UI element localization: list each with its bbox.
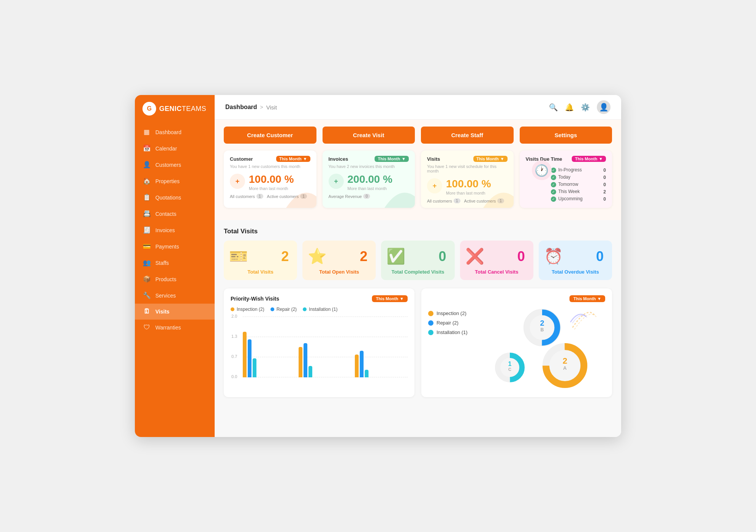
invoices-card-title: Invoices [329,156,348,162]
total-visits-value: 2 [281,249,292,264]
invoices-card-sub: You have 2 new invoices this month [329,164,409,169]
overdue-visits-label: Total Overdue Visits [544,269,607,275]
sidebar-item-contacts[interactable]: 📇 Contacts [135,206,215,222]
sidebar-item-quotations[interactable]: 📋 Quotations [135,189,215,206]
total-completed-visits-card: ✅ 0 Total Completed Visits [381,241,454,280]
total-visits-icon: 🎫 [229,247,248,265]
svg-text:A: A [563,365,567,371]
sidebar-item-dashboard[interactable]: ▦ Dashboard [135,124,215,140]
pie-legend: Inspection (2) Repair (2) Installation (… [428,310,468,335]
topbar-actions: 🔍 🔔 ⚙️ 👤 [549,100,610,114]
bar-inspection-2 [299,347,302,377]
create-customer-button[interactable]: Create Customer [224,127,316,144]
topbar: Dashboard > Visit 🔍 🔔 ⚙️ 👤 [215,95,621,120]
total-visits-card: 🎫 2 Total Visits [224,241,297,280]
sidebar-label-visits: Visits [155,309,169,315]
bar-group-1 [243,332,296,377]
visits-card-badge[interactable]: This Month ▼ [473,156,508,162]
logo-icon: G [142,102,156,116]
due-time-list: ✓In-Progress 0 ✓Today 0 ✓Tomorrow 0 [551,167,606,203]
warranties-icon: 🛡 [142,324,151,331]
visits-due-time-card: Visits Due Time This Month ▼ 🕐 ✓In-Progr… [520,150,612,208]
sidebar-label-customers: Customers [155,162,181,168]
bar-group-3 [355,351,408,377]
due-time-tomorrow: ✓Tomorrow 0 [551,182,606,187]
contacts-icon: 📇 [142,210,151,218]
sidebar-label-contacts: Contacts [155,211,176,217]
bar-chart-legend: Inspection (2) Repair (2) Installation (… [231,307,408,312]
notifications-icon[interactable]: 🔔 [565,103,574,112]
bars-row [243,322,408,377]
donut-b: 2 B [521,307,563,348]
sidebar-item-visits[interactable]: 🗓 Visits [135,304,215,320]
search-icon[interactable]: 🔍 [549,103,558,112]
create-visit-button[interactable]: Create Visit [323,127,415,144]
customer-all-count: All customers 1 [230,194,263,199]
pie-legend-installation: Installation (1) [428,329,468,335]
completed-visits-label: Total Completed Visits [386,269,449,275]
customer-card-sub: You have 1 new customers this month [230,164,310,169]
sidebar-item-properties[interactable]: 🏠 Properties [135,173,215,189]
sidebar-item-services[interactable]: 🔧 Services [135,287,215,304]
donut-c: 1 C [493,350,527,385]
sidebar-item-invoices[interactable]: 🧾 Invoices [135,222,215,238]
donut-container: 2 A [491,307,590,390]
action-section: Create Customer Create Visit Create Staf… [215,120,621,220]
open-visits-icon: ⭐ [308,247,327,265]
due-time-upcoming: ✓Upcomming 0 [551,196,606,202]
sidebar-item-warranties[interactable]: 🛡 Warranties [135,320,215,336]
due-time-card-badge[interactable]: This Month ▼ [572,156,606,162]
sidebar-item-products[interactable]: 📦 Products [135,271,215,287]
this-week-dot: ✓ [551,189,556,195]
staffs-icon: 👥 [142,259,151,267]
open-visits-value: 2 [360,249,370,264]
sidebar-item-payments[interactable]: 💳 Payments [135,238,215,255]
pie-legend-inspection: Inspection (2) [428,310,468,316]
legend-installation-dot [303,307,307,311]
sidebar-label-dashboard: Dashboard [155,129,182,135]
customers-icon: 👤 [142,161,151,169]
total-overdue-visits-card: ⏰ 0 Total Overdue Visits [539,241,612,280]
sidebar-item-customers[interactable]: 👤 Customers [135,157,215,173]
sidebar-item-staffs[interactable]: 👥 Staffs [135,255,215,271]
bar-chart-badge[interactable]: This Month ▼ [372,295,408,302]
sidebar-item-calendar[interactable]: 📅 Calendar [135,140,215,157]
bar-inspection-3 [355,355,359,377]
bar-chart-card: Priority-Wish Visits This Month ▼ Inspec… [224,288,414,397]
cancel-visits-value: 0 [517,249,528,264]
upcoming-dot: ✓ [551,196,556,202]
visits-cards: 🎫 2 Total Visits ⭐ 2 Total Open Visits [224,241,612,280]
customer-card-title: Customer [230,156,253,162]
settings-button[interactable]: Settings [520,127,612,144]
pie-dot-installation [428,330,433,335]
total-visits-label: Total Visits [229,269,292,275]
invoices-card-value: 200.00 % [348,173,392,185]
services-icon: 🔧 [142,291,151,299]
invoices-stat-card: Invoices This Month ▼ You have 2 new inv… [323,150,415,208]
create-staff-button[interactable]: Create Staff [421,127,514,144]
products-icon: 📦 [142,275,151,283]
bar-installation-2 [308,366,312,377]
action-buttons: Create Customer Create Visit Create Staf… [224,127,612,144]
sidebar-label-properties: Properties [155,178,180,184]
cancel-visits-label: Total Cancel Visits [465,269,528,275]
sidebar-label-products: Products [155,276,176,282]
grid-label-00: 0.0 [231,374,237,379]
pie-legend-repair: Repair (2) [428,320,468,326]
bar-installation-1 [253,358,256,377]
breadcrumb-separator: > [260,104,263,110]
sidebar-label-services: Services [155,293,176,299]
due-time-in-progress: ✓In-Progress 0 [551,167,606,173]
customer-card-badge[interactable]: This Month ▼ [276,156,310,162]
settings-icon[interactable]: ⚙️ [581,103,590,112]
visits-icon: 🗓 [142,308,151,315]
grid-label-13: 1.3 [231,334,237,339]
avatar[interactable]: 👤 [597,100,610,114]
due-time-this-week: ✓This Week 2 [551,189,606,195]
invoices-card-badge[interactable]: This Month ▼ [375,156,409,162]
donut-b-svg: 2 B [521,307,563,348]
quotations-icon: 📋 [142,193,151,201]
customer-card-value: 100.00 % [249,173,294,185]
main-content: Dashboard > Visit 🔍 🔔 ⚙️ 👤 Create Custom… [215,95,621,437]
calendar-icon: 📅 [142,144,151,152]
